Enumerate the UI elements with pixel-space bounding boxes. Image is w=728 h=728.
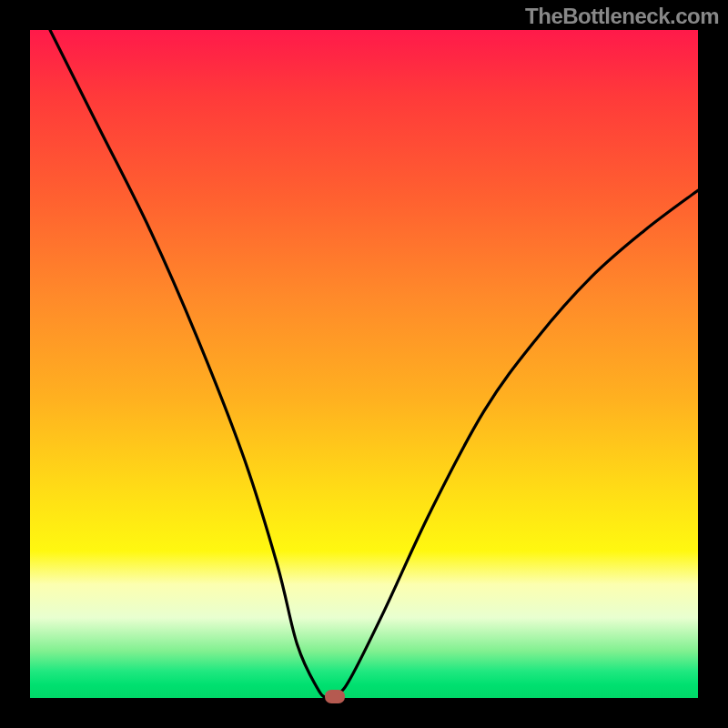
optimal-point-marker bbox=[325, 690, 345, 703]
plot-area bbox=[30, 30, 698, 698]
watermark-text: TheBottleneck.com bbox=[525, 4, 719, 29]
bottleneck-curve bbox=[30, 30, 698, 698]
chart-container: TheBottleneck.com bbox=[0, 0, 728, 728]
